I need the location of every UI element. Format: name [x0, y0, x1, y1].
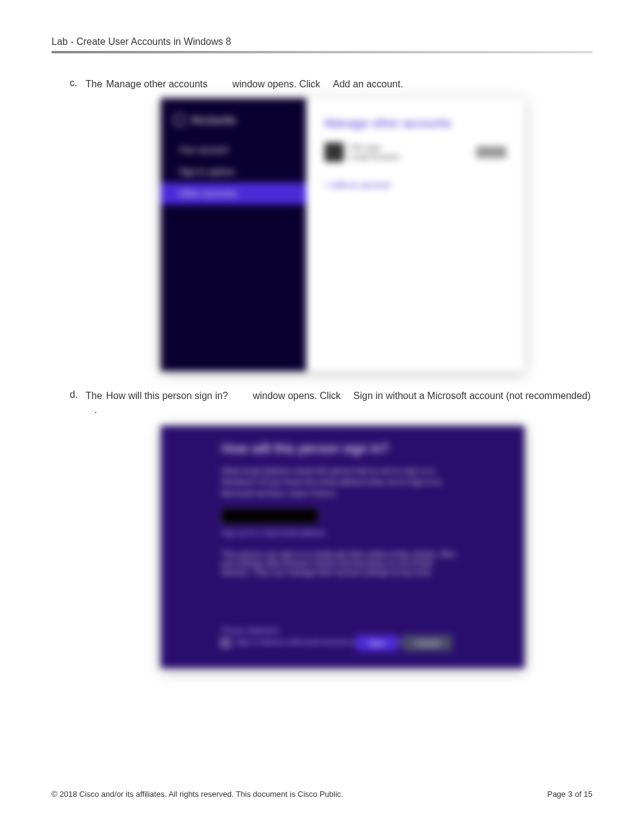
page-current: 3: [568, 790, 572, 799]
page-footer: © 2018 Cisco and/or its affiliates. All …: [52, 790, 592, 799]
step-d-bold1: How will this person sign in?: [106, 391, 228, 401]
nav-signin-options[interactable]: Sign-in options: [161, 161, 306, 183]
step-letter-d: d.: [70, 389, 86, 417]
step-c-t1: The: [86, 79, 105, 89]
user-name: ITE User: [350, 143, 399, 152]
accounts-main: Manage other accounts ITE User Local Acc…: [306, 98, 525, 371]
step-text-c: The Manage other accounts window opens. …: [86, 78, 404, 91]
user-role: Local Account: [350, 152, 399, 161]
sidebar-header: ← Accounts: [161, 107, 306, 139]
cancel-button[interactable]: Cancel: [403, 635, 452, 651]
document-header-title: Lab - Create User Accounts in Windows 8: [52, 36, 592, 47]
step-d-t1: The: [86, 391, 105, 401]
step-d-t2: window opens. Click: [253, 391, 343, 401]
checkbox-icon[interactable]: [221, 639, 230, 647]
email-field[interactable]: [221, 508, 318, 524]
avatar-icon: [324, 143, 344, 162]
user-info: ITE User Local Account: [350, 143, 399, 161]
step-d: d. The How will this person sign in? win…: [52, 389, 592, 417]
copyright-text: © 2018 Cisco and/or its affiliates. All …: [52, 790, 343, 799]
dialog-heading: How will this person sign in?: [221, 441, 464, 457]
nav-other-accounts[interactable]: Other accounts: [161, 183, 306, 204]
add-account-link[interactable]: + Add an account: [324, 180, 506, 190]
sidebar-title: Accounts: [191, 114, 236, 127]
dialog-description: What email address would this person lik…: [221, 466, 464, 499]
step-text-d: The How will this person sign in? window…: [86, 389, 592, 417]
screenshot1-inner: ← Accounts Your account Sign-in options …: [161, 98, 525, 371]
user-badge: [476, 146, 506, 158]
header-divider: [52, 51, 592, 53]
user-row[interactable]: ITE User Local Account: [324, 143, 506, 162]
step-c-bold1: Manage other accounts: [106, 79, 207, 89]
step-c-bold2: Add an account.: [333, 79, 403, 89]
back-icon[interactable]: ←: [173, 113, 186, 127]
step-d-bold2: Sign in without a Microsoft account (not…: [354, 391, 591, 401]
signup-link[interactable]: Sign up for a new email address: [221, 529, 464, 537]
signin-dialog-inner: How will this person sign in? What email…: [161, 426, 525, 668]
main-heading: Manage other accounts: [324, 116, 506, 130]
step-c: c. The Manage other accounts window open…: [52, 78, 592, 91]
sidebar-nav: Your account Sign-in options Other accou…: [161, 139, 306, 204]
step-d-t3: .: [94, 404, 96, 415]
page-number: Page 3 of 15: [547, 790, 592, 799]
step-c-t2: window opens. Click: [232, 79, 323, 89]
next-button[interactable]: Next: [357, 635, 397, 651]
page-content: Lab - Create User Accounts in Windows 8 …: [0, 0, 644, 835]
accounts-sidebar: ← Accounts Your account Sign-in options …: [161, 98, 306, 371]
page-of-total: of 15: [575, 790, 592, 799]
screenshot-manage-accounts: ← Accounts Your account Sign-in options …: [161, 98, 525, 371]
screenshot-signin-dialog: How will this person sign in? What email…: [161, 426, 525, 668]
dialog-buttons: Next Cancel: [357, 635, 452, 651]
step-letter-c: c.: [70, 78, 86, 91]
page-label: Page: [547, 790, 565, 799]
benefit-text: This person can sign in to easily get th…: [221, 549, 464, 577]
nav-your-account[interactable]: Your account: [161, 139, 306, 161]
